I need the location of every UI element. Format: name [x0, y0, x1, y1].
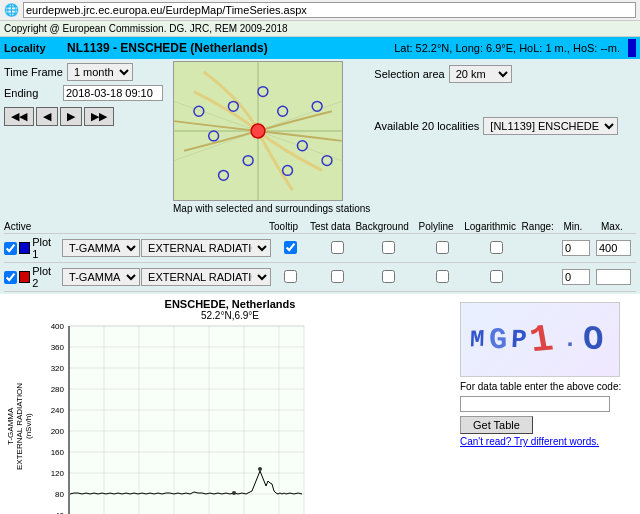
plots-section: Active Tooltip Test data Background Poly…: [0, 218, 640, 294]
chart-svg: 400 360 320 280 240 200 160: [34, 321, 314, 514]
header-max: Max.: [592, 221, 632, 232]
locality-row: Locality NL1139 - ENSCHEDE (Netherlands)…: [0, 37, 640, 59]
chart-title: ENSCHEDE, Netherlands: [4, 298, 456, 310]
header-range: Range:: [522, 221, 554, 232]
plot2-min-input[interactable]: [562, 269, 590, 285]
available-label: Available 20 localities: [374, 120, 479, 132]
locality-right-bar: [628, 39, 636, 57]
browser-icon: 🌐: [4, 3, 19, 17]
plot1-bg-check[interactable]: [382, 241, 395, 254]
timeframe-select[interactable]: 1 month 1 week 1 day: [67, 63, 133, 81]
svg-point-5: [251, 124, 265, 138]
locality-coords: Lat: 52.2°N, Long: 6.9°E, HoL: 1 m., HoS…: [394, 42, 620, 54]
copyright-text: Copyright @ European Commission. DG. JRC…: [4, 23, 288, 34]
ending-label: Ending: [4, 87, 59, 99]
captcha-section: M G P 1 . O For data table enter the abo…: [456, 298, 636, 514]
rewind-button[interactable]: ◀◀: [4, 107, 34, 126]
svg-text:240: 240: [51, 406, 65, 415]
svg-point-46: [232, 491, 236, 495]
get-table-button[interactable]: Get Table: [460, 416, 533, 434]
svg-text:80: 80: [55, 490, 64, 499]
locality-label: Locality: [4, 42, 59, 54]
plot1-param-select[interactable]: EXTERNAL RADIATION DOSE RATE: [141, 239, 271, 257]
plot2-param-select[interactable]: EXTERNAL RADIATION DOSE RATE: [141, 268, 271, 286]
svg-text:320: 320: [51, 364, 65, 373]
plot1-type-select[interactable]: T-GAMMA T-BETA: [62, 239, 140, 257]
plot-row-1: Plot 1 T-GAMMA T-BETA EXTERNAL RADIATION…: [4, 234, 636, 263]
plot1-label: Plot 1: [32, 236, 58, 260]
plot2-type-select[interactable]: T-GAMMA T-BETA: [62, 268, 140, 286]
map-caption: Map with selected and surroundings stati…: [173, 201, 370, 216]
plot1-tooltip-check[interactable]: [284, 241, 297, 254]
header-polyline: Polyline: [414, 221, 459, 232]
captcha-refresh-link[interactable]: Can't read? Try different words.: [460, 436, 632, 447]
chart-container: T-GAMMA EXTERNAL RADIATION (nSv/h) 400 3…: [4, 321, 456, 514]
plot-row-2: Plot 2 T-GAMMA T-BETA EXTERNAL RADIATION…: [4, 263, 636, 292]
header-min: Min.: [558, 221, 588, 232]
plot-header: Active Tooltip Test data Background Poly…: [4, 220, 636, 234]
selection-select[interactable]: 20 km 50 km 100 km: [449, 65, 512, 83]
header-active: Active: [4, 221, 54, 232]
captcha-input[interactable]: [460, 396, 610, 412]
plot1-poly-check[interactable]: [436, 241, 449, 254]
chart-section: ENSCHEDE, Netherlands 52.2°N,6.9°E T-GAM…: [0, 294, 640, 514]
plot1-min-input[interactable]: [562, 240, 590, 256]
plot2-max-input[interactable]: [596, 269, 631, 285]
svg-text:160: 160: [51, 448, 65, 457]
locality-value: NL1139 - ENSCHEDE (Netherlands): [67, 41, 386, 55]
svg-text:360: 360: [51, 343, 65, 352]
y-axis-label: T-GAMMA EXTERNAL RADIATION (nSv/h): [4, 321, 34, 514]
plot1-log-check[interactable]: [490, 241, 503, 254]
plot2-log-check[interactable]: [490, 270, 503, 283]
plot2-label: Plot 2: [32, 265, 58, 289]
plot2-poly-check[interactable]: [436, 270, 449, 283]
svg-text:280: 280: [51, 385, 65, 394]
plot2-checkbox[interactable]: [4, 271, 17, 284]
forward-button[interactable]: ▶▶: [84, 107, 114, 126]
available-select[interactable]: [NL1139] ENSCHEDE: [483, 117, 618, 135]
copyright-bar: Copyright @ European Commission. DG. JRC…: [0, 21, 640, 37]
header-tooltip: Tooltip: [261, 221, 306, 232]
svg-text:120: 120: [51, 469, 65, 478]
prev-button[interactable]: ◀: [36, 107, 58, 126]
play-button[interactable]: ▶: [60, 107, 82, 126]
selection-label: Selection area: [374, 68, 444, 80]
transport-controls: ◀◀ ◀ ▶ ▶▶: [4, 103, 169, 130]
plot2-test-check[interactable]: [331, 270, 344, 283]
plot2-tooltip-check[interactable]: [284, 270, 297, 283]
plot2-bg-check[interactable]: [382, 270, 395, 283]
captcha-image: M G P 1 . O: [460, 302, 620, 377]
ending-input[interactable]: [63, 85, 163, 101]
header-test: Test data: [310, 221, 351, 232]
plot2-color: [19, 271, 30, 283]
chart-area: ENSCHEDE, Netherlands 52.2°N,6.9°E T-GAM…: [4, 298, 456, 514]
header-logarithmic: Logarithmic: [463, 221, 518, 232]
map-area: [173, 61, 343, 201]
chart-subtitle: 52.2°N,6.9°E: [4, 310, 456, 321]
address-bar: 🌐: [0, 0, 640, 21]
plot1-test-check[interactable]: [331, 241, 344, 254]
header-background: Background: [355, 221, 410, 232]
plot1-color: [19, 242, 30, 254]
timeframe-label: Time Frame: [4, 66, 63, 78]
captcha-instructions: For data table enter the above code:: [460, 381, 632, 392]
svg-point-47: [258, 467, 262, 471]
svg-text:400: 400: [51, 322, 65, 331]
plot1-checkbox[interactable]: [4, 242, 17, 255]
url-bar[interactable]: [23, 2, 636, 18]
svg-text:200: 200: [51, 427, 65, 436]
plot1-max-input[interactable]: [596, 240, 631, 256]
